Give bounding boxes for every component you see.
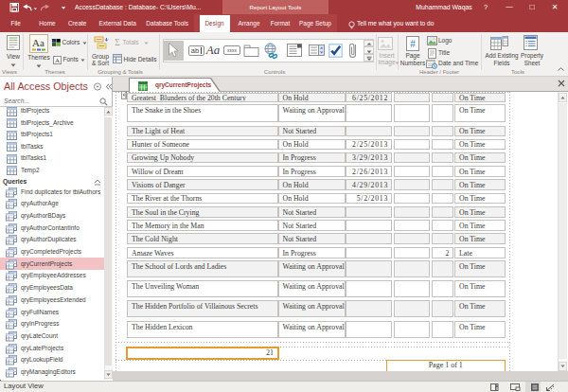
svg-text:#: # xyxy=(410,38,416,48)
svg-text:xxxx: xxxx xyxy=(227,47,238,53)
svg-text:Σ: Σ xyxy=(115,38,120,46)
svg-text:A: A xyxy=(54,57,59,64)
svg-text:ab: ab xyxy=(191,46,199,55)
svg-text:Aa: Aa xyxy=(32,36,44,47)
svg-text:Aa: Aa xyxy=(205,43,221,57)
